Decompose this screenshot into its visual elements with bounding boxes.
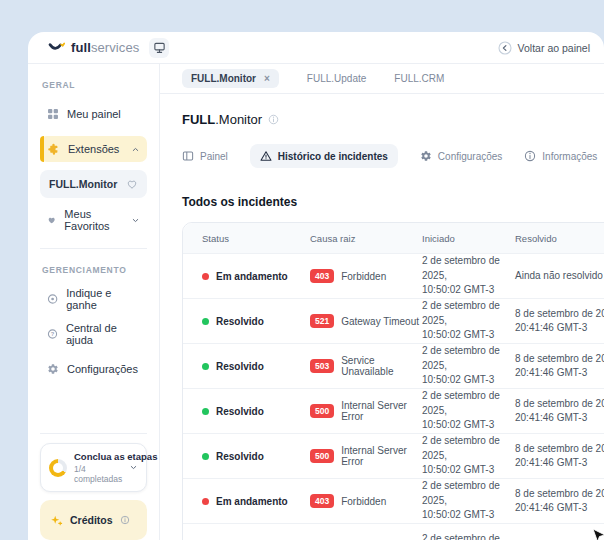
incidents-section-title: Todos os incidentes (182, 195, 604, 209)
sidebar-item-meus-favoritos[interactable]: Meus Favoritos (40, 207, 147, 233)
status-label: Em andamento (216, 271, 288, 282)
warning-icon (260, 150, 272, 162)
started-date: 2 de setembro de 2025,10:50:02 GMT-3 (422, 479, 515, 523)
table-row: Resolvido 503 Service Unavailable 2 de s… (183, 343, 604, 388)
table-body: Em andamento 403 Forbidden 2 de setembro… (183, 253, 604, 540)
tab-full-monitor[interactable]: FULL.Monitor × (182, 69, 279, 88)
status-dot (202, 273, 209, 280)
section-label-general: GERAL (42, 80, 145, 90)
referral-icon (47, 293, 58, 305)
column-header-status: Status (202, 233, 310, 244)
puzzle-icon (47, 143, 60, 156)
cause-cell: 521 Gateway Timeout (310, 314, 422, 328)
sparkle-icon (50, 514, 63, 527)
info-icon (120, 515, 130, 525)
sidebar-item-label: Indique e ganhe (66, 287, 140, 311)
steps-title: Conclua as etapas (74, 451, 122, 462)
cause-cell: 503 Service Unavailable (310, 355, 422, 377)
status-dot (202, 498, 209, 505)
started-date: 2 de setembro de 2025,10:50:02 GMT-3 (422, 299, 515, 343)
sidebar-subitem-full-monitor[interactable]: FULL.Monitor (40, 170, 147, 198)
started-date: 2 de setembro de 2025,10:50:02 GMT-3 (422, 344, 515, 388)
status-dot (202, 318, 209, 325)
info-icon (524, 150, 536, 162)
status-label: Resolvido (216, 451, 264, 462)
tab-full-update[interactable]: FULL.Update (307, 73, 366, 84)
monitor-icon (153, 41, 166, 54)
http-code-badge: 403 (310, 494, 334, 508)
tab-historico-de-incidentes[interactable]: Histórico de incidentes (250, 144, 398, 168)
tab-configuracoes[interactable]: Configurações (420, 150, 502, 162)
resolved-date: 8 de setembro de 2025,20:41:46 GMT-3 (515, 352, 604, 381)
tab-painel[interactable]: Painel (182, 150, 228, 162)
heart-outline-icon[interactable] (126, 178, 138, 190)
incidents-table: Status Causa raiz Iniciado Resolvido Em … (182, 222, 604, 540)
cause-cell: 403 Forbidden (310, 494, 422, 508)
sidebar-item-label: Configurações (67, 363, 138, 375)
monitor-chip-button[interactable] (149, 38, 169, 58)
credits-box[interactable]: Créditos (40, 500, 147, 540)
tab-informacoes[interactable]: Informações (524, 150, 597, 162)
status-dot (202, 408, 209, 415)
resolved-date: Ainda não resolvido (515, 269, 604, 284)
started-date: 2 de setembro de 2025,10:50:02 GMT-3 (422, 254, 515, 298)
resolved-date: 8 de setembro de 2025,20:41:46 GMT-3 (515, 487, 604, 516)
tab-label: FULL.Monitor (191, 73, 256, 84)
panel-icon (182, 150, 194, 162)
sidebar-bottom-divider (40, 433, 147, 434)
sidebar-item-central-de-ajuda[interactable]: ? Central de ajuda (40, 321, 147, 347)
top-header: fullservices Voltar ao painel (28, 32, 604, 64)
started-date: 2 de setembro de 2025,10:50:02 GMT-3 (422, 434, 515, 478)
status-cell: Resolvido (202, 451, 310, 462)
gear-icon (420, 150, 432, 162)
sidebar-item-extensoes[interactable]: Extensões (40, 136, 147, 162)
progress-ring (49, 459, 67, 477)
logo-text: fullservices (71, 40, 139, 55)
status-cell: Em andamento (202, 271, 310, 282)
tab-label: Configurações (438, 151, 502, 162)
back-to-panel-link[interactable]: Voltar ao painel (498, 41, 590, 55)
http-code-badge: 500 (310, 449, 334, 463)
column-header-resolvido: Resolvido (515, 233, 604, 244)
cause-label: Service Unavailable (341, 355, 422, 377)
sidebar-item-label: Central de ajuda (66, 322, 140, 346)
http-code-badge: 521 (310, 314, 334, 328)
sidebar-item-meu-painel[interactable]: Meu painel (40, 101, 147, 127)
sidebar-item-label: Meus Favoritos (64, 208, 123, 232)
table-row: Em andamento 403 Forbidden 2 de setembro… (183, 253, 604, 298)
page-title: FULL.Monitor (182, 112, 604, 127)
mouse-cursor (592, 528, 604, 540)
table-row: Resolvido 500 Internal Server Error 2 de… (183, 388, 604, 433)
sidebar-item-indique-e-ganhe[interactable]: Indique e ganhe (40, 286, 147, 312)
started-date: 2 de setembro de 2025,10:50:02 GMT-3 (422, 389, 515, 433)
table-row: Resolvido 500 Internal Server Error 2 de… (183, 433, 604, 478)
table-row: Em andamento 403 Forbidden 2 de setembro… (183, 478, 604, 523)
sidebar-item-configuracoes[interactable]: Configurações (40, 356, 147, 382)
tab-full-crm[interactable]: FULL.CRM (394, 73, 444, 84)
info-icon (268, 114, 279, 125)
column-header-causa-raiz: Causa raiz (310, 233, 422, 244)
tab-label: Painel (200, 151, 228, 162)
cause-cell: 500 Internal Server Error (310, 445, 422, 467)
cause-label: Gateway Timeout (341, 316, 419, 327)
steps-progress-card[interactable]: Conclua as etapas 1/4 completadas (40, 443, 147, 492)
cause-label: Internal Server Error (341, 445, 422, 467)
smile-logo-icon (48, 41, 65, 55)
cause-cell: 500 Internal Server Error (310, 400, 422, 422)
app-window: fullservices Voltar ao painel GERAL (28, 32, 604, 540)
close-icon[interactable]: × (264, 74, 270, 84)
main-area: FULL.Monitor × FULL.Update FULL.CRM FULL… (160, 64, 604, 540)
chevron-down-icon (129, 463, 138, 472)
table-header-row: Status Causa raiz Iniciado Resolvido (183, 223, 604, 253)
status-dot (202, 363, 209, 370)
status-dot (202, 453, 209, 460)
cause-label: Internal Server Error (341, 400, 422, 422)
cause-label: Forbidden (341, 271, 386, 282)
status-label: Resolvido (216, 361, 264, 372)
tab-label: Histórico de incidentes (278, 151, 388, 162)
resolved-date: 8 de setembro de 2025,20:41:46 GMT-3 (515, 442, 604, 471)
table-row: 2 de setembro de 2025, 8 de setembro de … (183, 523, 604, 540)
http-code-badge: 403 (310, 269, 334, 283)
svg-text:?: ? (51, 331, 55, 337)
gear-icon (47, 363, 59, 375)
